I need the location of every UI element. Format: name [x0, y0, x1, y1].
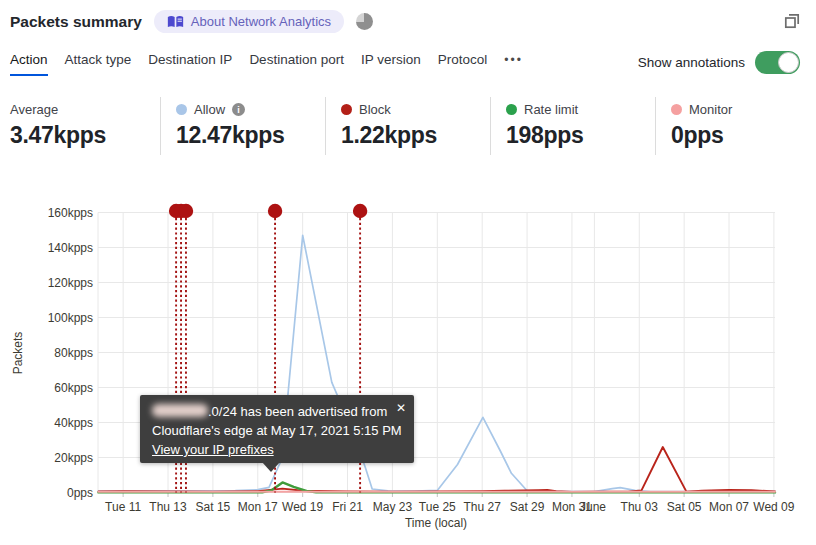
svg-text:Time (local): Time (local)	[405, 516, 467, 530]
stat-monitor: Monitor 0pps	[655, 97, 816, 155]
dimension-tabs: Action Attack type Destination IP Destin…	[10, 52, 523, 76]
svg-text:Tue 11: Tue 11	[105, 500, 141, 514]
svg-text:Mon 17: Mon 17	[238, 500, 278, 514]
monitor-dot	[671, 104, 682, 115]
page-title: Packets summary	[10, 13, 142, 31]
svg-text:Packets: Packets	[11, 332, 25, 375]
svg-text:0pps: 0pps	[67, 486, 93, 500]
view-ip-prefixes-link[interactable]: View your IP prefixes	[152, 442, 274, 457]
stat-block-label: Block	[359, 102, 391, 117]
svg-text:Wed 09: Wed 09	[753, 500, 794, 514]
svg-text:June: June	[580, 500, 606, 514]
info-icon[interactable]: i	[232, 103, 245, 116]
tab-destination-port[interactable]: Destination port	[249, 52, 344, 76]
svg-text:Sat 05: Sat 05	[667, 500, 702, 514]
svg-text:Sat 29: Sat 29	[510, 500, 545, 514]
svg-text:Thu 27: Thu 27	[464, 500, 502, 514]
svg-text:80kpps: 80kpps	[54, 346, 93, 360]
badge-label: About Network Analytics	[191, 14, 331, 29]
annotation-tooltip: ✕ .0/24 has been advertised from Cloudfl…	[140, 395, 414, 463]
book-icon	[167, 15, 184, 29]
tab-ip-version[interactable]: IP version	[361, 52, 421, 76]
show-annotations-label: Show annotations	[638, 55, 745, 70]
stat-allow: Allow i 12.47kpps	[160, 97, 325, 155]
stat-allow-value: 12.47kpps	[176, 122, 325, 149]
stat-allow-label: Allow	[194, 102, 225, 117]
stat-rate-limit: Rate limit 198pps	[490, 97, 655, 155]
stats-row: Average 3.47kpps Allow i 12.47kpps Block…	[0, 97, 816, 155]
stat-average-value: 3.47kpps	[10, 122, 160, 149]
svg-text:60kpps: 60kpps	[54, 381, 93, 395]
svg-text:May 23: May 23	[373, 500, 413, 514]
toggle-knob	[778, 52, 799, 73]
stat-average-label: Average	[10, 102, 58, 117]
svg-text:100kpps: 100kpps	[48, 311, 93, 325]
packets-time-series-chart: 0pps20kpps40kpps60kpps80kpps100kpps120kp…	[0, 193, 816, 545]
rate-limit-dot	[506, 104, 517, 115]
svg-text:Thu 03: Thu 03	[621, 500, 659, 514]
more-tabs-icon[interactable]: •••	[504, 53, 523, 76]
packets-summary-panel: Packets summary About Network Analytics …	[0, 0, 816, 545]
pie-timer-icon[interactable]	[356, 13, 373, 30]
tooltip-line2: Cloudflare's edge at May 17, 2021 5:15 P…	[152, 421, 402, 440]
stat-monitor-label: Monitor	[689, 102, 732, 117]
close-icon[interactable]: ✕	[396, 399, 406, 418]
svg-text:120kpps: 120kpps	[48, 276, 93, 290]
tab-action[interactable]: Action	[10, 52, 48, 76]
svg-text:Tue 25: Tue 25	[419, 500, 456, 514]
tab-protocol[interactable]: Protocol	[438, 52, 488, 76]
svg-text:Thu 13: Thu 13	[149, 500, 187, 514]
show-annotations-control: Show annotations	[638, 51, 800, 74]
stat-average: Average 3.47kpps	[0, 97, 160, 155]
panel-header: Packets summary About Network Analytics	[10, 10, 373, 33]
show-annotations-toggle[interactable]	[755, 51, 800, 74]
tab-attack-type[interactable]: Attack type	[65, 52, 132, 76]
tab-destination-ip[interactable]: Destination IP	[148, 52, 232, 76]
svg-text:Mon 07: Mon 07	[709, 500, 749, 514]
about-network-analytics-badge[interactable]: About Network Analytics	[154, 10, 344, 33]
block-dot	[341, 104, 352, 115]
svg-text:160kpps: 160kpps	[48, 206, 93, 220]
tooltip-line1: .0/24 has been advertised from	[152, 402, 402, 421]
redacted-ip-prefix	[152, 404, 208, 417]
stat-block: Block 1.22kpps	[325, 97, 490, 155]
svg-text:140kpps: 140kpps	[48, 241, 93, 255]
svg-text:Sat 15: Sat 15	[196, 500, 231, 514]
allow-dot	[176, 104, 187, 115]
stat-rate-limit-value: 198pps	[506, 122, 655, 149]
svg-text:40kpps: 40kpps	[54, 416, 93, 430]
stat-block-value: 1.22kpps	[341, 122, 490, 149]
stat-monitor-value: 0pps	[671, 122, 816, 149]
stat-rate-limit-label: Rate limit	[524, 102, 578, 117]
svg-text:20kpps: 20kpps	[54, 451, 93, 465]
popout-icon[interactable]	[782, 11, 802, 31]
svg-text:Fri 21: Fri 21	[332, 500, 363, 514]
svg-text:Wed 19: Wed 19	[282, 500, 323, 514]
